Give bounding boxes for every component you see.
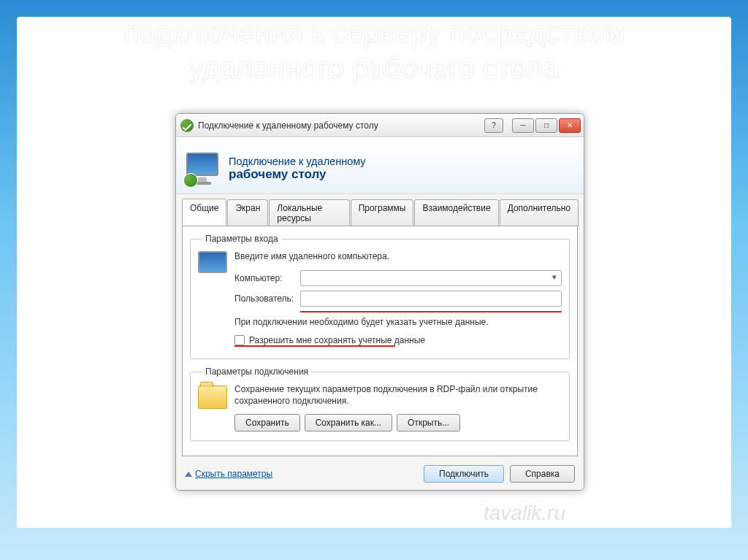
login-note: При подключении необходимо будет указать…: [234, 317, 562, 329]
help-button[interactable]: Справка: [510, 465, 575, 483]
slide-title-line2: удаленного рабочего стола: [188, 52, 559, 84]
connection-text: Сохранение текущих параметров подключени…: [234, 384, 562, 407]
tab-display[interactable]: Экран: [227, 199, 268, 226]
user-field[interactable]: [300, 291, 562, 307]
tab-general[interactable]: Общие: [182, 199, 226, 226]
toggle-options-label: Скрыть параметры: [195, 469, 272, 479]
connect-button[interactable]: Подключить: [424, 465, 504, 483]
save-credentials-checkbox[interactable]: [234, 335, 245, 345]
connection-group: Параметры подключения Сохранение текущих…: [190, 367, 570, 441]
titlebar-text: Подключение к удаленному рабочему столу: [198, 120, 483, 131]
banner-line2: рабочему столу: [229, 167, 366, 182]
maximize-button[interactable]: □: [535, 118, 557, 133]
login-group: Параметры входа Введите имя удаленного к…: [190, 234, 570, 359]
help-icon-button[interactable]: ?: [484, 118, 503, 133]
chevron-up-icon: [185, 472, 192, 477]
minimize-button[interactable]: ─: [512, 118, 534, 133]
underline-annotation-1: [300, 311, 562, 312]
save-credentials-label: Разрешить мне сохранять учетные данные: [249, 335, 425, 345]
connection-legend: Параметры подключения: [202, 367, 311, 377]
footer: Скрыть параметры Подключить Справка: [176, 461, 584, 490]
computer-label: Компьютер:: [234, 273, 300, 283]
user-label: Пользователь:: [234, 294, 300, 304]
save-button[interactable]: Сохранить: [234, 414, 300, 431]
open-button[interactable]: Открыть...: [397, 414, 460, 431]
login-instruction: Введите имя удаленного компьютера.: [234, 251, 562, 263]
rdp-dialog: Подключение к удаленному рабочему столу …: [175, 113, 584, 491]
underline-annotation-2: [234, 345, 395, 347]
tab-body: Параметры входа Введите имя удаленного к…: [182, 226, 578, 456]
tab-experience[interactable]: Взаимодействие: [414, 199, 498, 226]
close-button[interactable]: ✕: [559, 118, 581, 133]
titlebar[interactable]: Подключение к удаленному рабочему столу …: [176, 114, 584, 137]
slide-title-line1: подключения к серверу посредством: [123, 16, 625, 48]
computer-combobox[interactable]: [300, 270, 562, 286]
rdp-icon: [180, 119, 194, 132]
tab-strip: Общие Экран Локальные ресурсы Программы …: [176, 194, 584, 226]
tab-advanced[interactable]: Дополнительно: [500, 199, 579, 226]
login-legend: Параметры входа: [202, 234, 281, 244]
rdp-banner-icon: [185, 151, 220, 186]
banner-line1: Подключение к удаленному: [229, 156, 366, 167]
banner: Подключение к удаленному рабочему столу: [176, 137, 584, 194]
tab-local-resources[interactable]: Локальные ресурсы: [269, 199, 349, 226]
save-as-button[interactable]: Сохранить как...: [305, 414, 392, 431]
folder-icon: [198, 384, 230, 407]
toggle-options[interactable]: Скрыть параметры: [185, 469, 272, 479]
monitor-icon: [198, 251, 230, 273]
slide-title: подключения к серверу посредством удален…: [0, 15, 748, 86]
tab-programs[interactable]: Программы: [351, 199, 414, 226]
